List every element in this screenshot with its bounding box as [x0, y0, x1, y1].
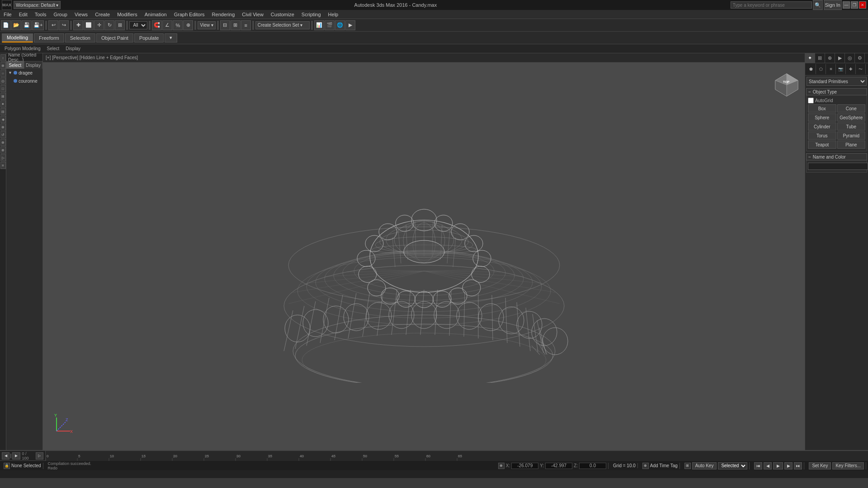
y-coord-input[interactable] — [545, 463, 572, 469]
timeline-scroll[interactable] — [10, 454, 11, 458]
tube-button[interactable]: Tube — [837, 122, 866, 131]
undo-button[interactable]: ↩ — [48, 20, 58, 30]
angle-snap[interactable]: ∠ — [162, 20, 172, 30]
time-tag-icon[interactable]: ⊕ — [642, 463, 649, 469]
workspace-dropdown[interactable]: Workspace: Default ▾ — [14, 1, 61, 9]
new-button[interactable]: 📄 — [1, 20, 11, 30]
view-dropdown[interactable]: View ▾ — [198, 21, 215, 29]
search-button[interactable]: 🔍 — [813, 0, 823, 10]
left-tool-8[interactable]: ⊟ — [0, 108, 6, 115]
spinner-snap[interactable]: ⊕ — [183, 20, 193, 30]
menu-scripting[interactable]: Scripting — [298, 10, 325, 19]
menu-views[interactable]: Views — [71, 10, 91, 19]
tree-tab-display[interactable]: Display — [24, 61, 42, 69]
menu-create[interactable]: Create — [91, 10, 113, 19]
minimize-button[interactable]: — — [843, 1, 850, 9]
restore-button[interactable]: ❐ — [851, 1, 858, 9]
tree-tab-select[interactable]: Select — [6, 61, 24, 69]
display-sub-label[interactable]: Display — [63, 46, 83, 51]
create-sel-dropdown[interactable]: Create Selection Set ▾ — [255, 21, 310, 29]
timeline-ruler[interactable]: 0 5 10 15 20 25 30 35 40 — [45, 451, 868, 461]
tl-next-button[interactable]: ▶ — [12, 452, 20, 460]
environment-btn[interactable]: 🌐 — [335, 20, 345, 30]
menu-tools[interactable]: Tools — [31, 10, 50, 19]
left-tool-9[interactable]: ◈ — [0, 116, 6, 123]
geosphere-button[interactable]: GeoSphere — [837, 113, 866, 122]
rotate-button[interactable]: ↻ — [104, 20, 114, 30]
display-icon[interactable]: ◎ — [845, 53, 855, 63]
filter-dropdown[interactable]: All — [129, 21, 147, 29]
tab-populate[interactable]: Populate — [134, 33, 164, 42]
tree-item-couronne[interactable]: couronne — [6, 77, 42, 85]
coord-lock-icon[interactable]: ⊕ — [498, 463, 505, 469]
percent-snap[interactable]: % — [173, 20, 183, 30]
play-button[interactable]: ▶ — [773, 462, 783, 469]
lights-icon[interactable]: ☀ — [826, 64, 836, 74]
selected-dropdown[interactable]: Selected — [718, 462, 747, 469]
tab-selection[interactable]: Selection — [65, 33, 95, 42]
graph-editors-btn[interactable]: 📊 — [314, 20, 324, 30]
search-input[interactable] — [731, 1, 812, 9]
left-tool-7[interactable]: ✦ — [0, 100, 6, 108]
auto-key-button[interactable]: Auto Key — [692, 462, 717, 469]
motion-icon[interactable]: ▶ — [835, 53, 845, 63]
left-tool-10[interactable]: ⊕ — [0, 123, 6, 131]
geometry-icon[interactable]: ⬟ — [806, 64, 816, 74]
snap-toggle[interactable]: 🧲 — [152, 20, 162, 30]
menu-file[interactable]: File — [0, 10, 15, 19]
open-button[interactable]: 📂 — [11, 20, 21, 30]
tab-freeform[interactable]: Freeform — [34, 33, 64, 42]
cylinder-button[interactable]: Cylinder — [808, 122, 836, 131]
tl-prev-button[interactable]: ◀ — [2, 452, 9, 460]
mirror-button[interactable]: ⊟ — [220, 20, 230, 30]
select-region-button[interactable]: ⬜ — [84, 20, 94, 30]
left-tool-15[interactable]: ≡ — [0, 162, 6, 169]
tab-modelling[interactable]: Modelling — [2, 33, 33, 42]
spacewarps-icon[interactable]: 〜 — [856, 64, 866, 74]
menu-modifiers[interactable]: Modifiers — [113, 10, 141, 19]
scale-button[interactable]: ⊞ — [115, 20, 125, 30]
box-button[interactable]: Box — [808, 104, 836, 113]
key-mode-icon[interactable]: ⊞ — [684, 463, 691, 469]
menu-civil-view[interactable]: Civil View — [238, 10, 267, 19]
redo-button[interactable]: ↪ — [59, 20, 69, 30]
autogrid-checkbox[interactable] — [808, 98, 814, 103]
pyramid-button[interactable]: Pyramid — [837, 131, 866, 140]
left-tool-2[interactable]: ⊕ — [0, 62, 6, 69]
tab-extra[interactable]: ▾ — [165, 33, 177, 42]
sphere-button[interactable]: Sphere — [808, 113, 836, 122]
object-name-input[interactable] — [808, 163, 868, 170]
mini-icon-lock[interactable]: 🔒 — [4, 463, 10, 469]
tab-object-paint[interactable]: Object Paint — [96, 33, 133, 42]
left-tool-13[interactable]: ⊗ — [0, 146, 6, 154]
go-end-button[interactable]: ⏭ — [794, 462, 802, 469]
cone-button[interactable]: Cone — [837, 104, 866, 113]
viewport[interactable]: [+] [Perspective] [Hidden Line + Edged F… — [43, 53, 805, 450]
key-filters-button[interactable]: Key Filters... — [832, 462, 864, 469]
left-tool-1[interactable]: ↕ — [0, 54, 6, 61]
helpers-icon[interactable]: ✚ — [846, 64, 856, 74]
x-coord-input[interactable] — [511, 463, 538, 469]
menu-help[interactable]: Help — [325, 10, 342, 19]
tl-forward-button[interactable]: ▷ — [36, 452, 43, 460]
torus-button[interactable]: Torus — [808, 131, 836, 140]
layer-manager[interactable]: ≡ — [241, 20, 251, 30]
rendering-btn[interactable]: 🎬 — [325, 20, 335, 30]
move-button[interactable]: ✛ — [94, 20, 104, 30]
left-tool-6[interactable]: ⊞ — [0, 93, 6, 100]
left-tool-11[interactable]: ↺ — [0, 131, 6, 138]
tree-item-dragee[interactable]: ▼ dragee — [6, 69, 42, 77]
cameras-icon[interactable]: 📷 — [836, 64, 846, 74]
menu-edit[interactable]: Edit — [15, 10, 31, 19]
menu-rendering[interactable]: Rendering — [208, 10, 239, 19]
utilities-icon[interactable]: ⚙ — [855, 53, 865, 63]
name-color-header[interactable]: − Name and Color — [806, 153, 867, 160]
prev-frame-button[interactable]: ◀ — [764, 462, 772, 469]
left-tool-3[interactable]: ○ — [0, 70, 6, 77]
z-coord-input[interactable] — [579, 463, 606, 469]
menu-graph-editors[interactable]: Graph Editors — [170, 10, 208, 19]
render-frame[interactable]: ▶ — [345, 20, 355, 30]
close-button[interactable]: ✕ — [859, 1, 866, 9]
next-frame-button[interactable]: ▶ — [784, 462, 793, 469]
set-key-button[interactable]: Set Key — [809, 462, 831, 469]
